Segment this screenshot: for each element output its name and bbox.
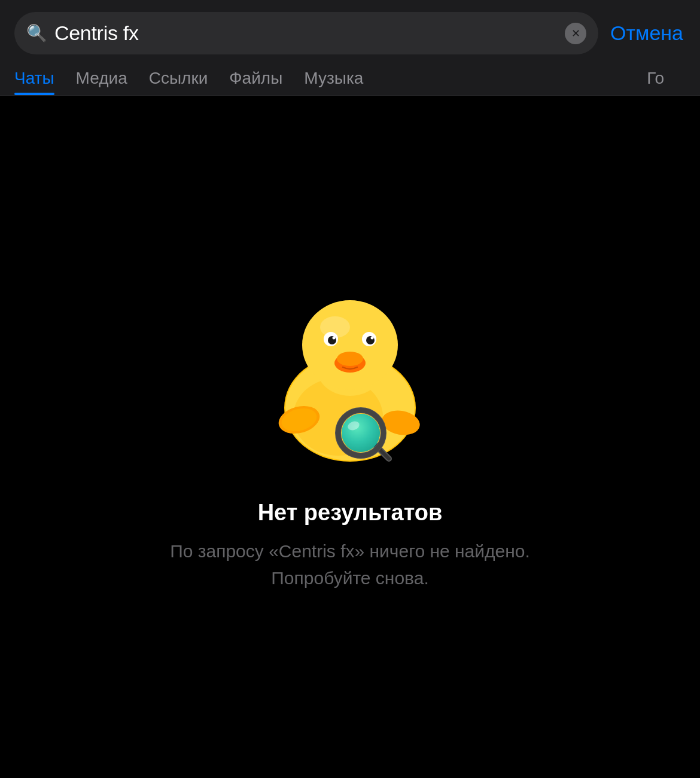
- clear-button[interactable]: ✕: [565, 23, 586, 44]
- svg-point-21: [342, 414, 380, 452]
- search-input[interactable]: [54, 22, 558, 45]
- svg-point-11: [333, 337, 336, 340]
- no-results-subtitle: По запросу «Centris fx» ничего не найден…: [141, 538, 559, 591]
- no-results-title: Нет результатов: [258, 500, 443, 526]
- svg-point-7: [302, 300, 398, 390]
- tab-links[interactable]: Ссылки: [149, 64, 208, 95]
- tab-files[interactable]: Файлы: [229, 64, 282, 95]
- header: 🔍 ✕ Отмена Чаты Медиа Ссылки Файлы Музык…: [0, 0, 700, 95]
- cancel-button[interactable]: Отмена: [608, 22, 686, 45]
- duck-illustration: [254, 282, 446, 476]
- search-input-container: 🔍 ✕: [14, 12, 598, 54]
- svg-point-16: [337, 352, 363, 366]
- tab-music[interactable]: Музыка: [304, 64, 363, 95]
- tab-chats[interactable]: Чаты: [14, 64, 54, 95]
- search-icon: 🔍: [26, 25, 47, 42]
- tab-media[interactable]: Медиа: [76, 64, 127, 95]
- tab-go[interactable]: Го: [647, 64, 664, 95]
- search-bar: 🔍 ✕ Отмена: [14, 12, 686, 54]
- tabs-container: Чаты Медиа Ссылки Файлы Музыка Го: [14, 64, 686, 95]
- main-content: Нет результатов По запросу «Centris fx» …: [0, 96, 700, 778]
- svg-point-14: [371, 337, 374, 340]
